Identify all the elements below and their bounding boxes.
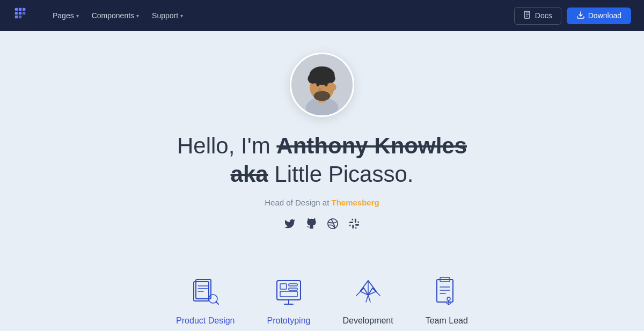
svg-point-24 [328,219,338,229]
skill-prototyping[interactable]: Prototyping [267,275,311,326]
team-lead-icon [429,275,464,310]
prototyping-icon [272,275,306,310]
twitter-icon[interactable] [284,218,296,232]
svg-point-21 [317,83,320,86]
prototyping-label: Prototyping [267,316,311,326]
svg-point-23 [332,84,336,90]
svg-point-19 [314,91,330,101]
svg-rect-1 [19,8,21,11]
svg-rect-3 [15,12,18,14]
svg-rect-36 [280,291,297,297]
hero-title: Hello, I'm Anthony Knowles aka Little Pi… [177,132,467,188]
docs-button[interactable]: Docs [514,7,561,25]
svg-point-52 [447,297,450,300]
nav-pages[interactable]: Pages ▾ [47,8,84,23]
svg-rect-0 [15,8,18,11]
skill-product-design[interactable]: Product Design [176,275,235,326]
product-design-icon [188,275,223,310]
github-icon[interactable] [305,218,317,232]
slack-icon[interactable] [348,218,360,232]
svg-rect-6 [23,12,25,14]
svg-rect-33 [280,284,287,289]
chevron-down-icon: ▾ [136,13,139,19]
navbar-left: Pages ▾ Components ▾ Support ▾ [13,6,188,25]
svg-point-18 [317,69,327,79]
nav-support[interactable]: Support ▾ [147,8,188,23]
svg-rect-2 [23,8,25,11]
skills-section: Product Design Prototyping [0,254,644,331]
avatar [290,53,354,117]
svg-point-22 [325,83,328,86]
svg-line-46 [368,295,370,302]
download-button[interactable]: Download [567,8,631,24]
svg-line-43 [356,288,364,296]
social-icons [284,218,360,232]
svg-rect-4 [19,12,21,14]
chevron-down-icon: ▾ [76,13,79,19]
navbar-right: Docs Download [514,7,631,25]
development-label: Development [342,316,393,326]
svg-line-31 [216,302,218,305]
navbar: Pages ▾ Components ▾ Support ▾ Docs [0,0,644,31]
svg-rect-7 [19,16,21,18]
dribbble-icon[interactable] [327,218,339,232]
svg-line-44 [372,288,380,296]
svg-rect-35 [289,288,297,290]
team-lead-label: Team Lead [426,316,468,326]
hero-section: Hello, I'm Anthony Knowles aka Little Pi… [0,31,644,248]
hero-subtitle: Head of Design at Themesberg [265,198,379,207]
skill-development[interactable]: Development [342,275,393,326]
development-icon [351,275,385,310]
svg-rect-5 [15,16,18,18]
svg-rect-34 [289,284,297,286]
skill-team-lead[interactable]: Team Lead [426,275,468,326]
product-design-label: Product Design [176,316,235,326]
nav-components[interactable]: Components ▾ [86,8,144,23]
logo-icon[interactable] [13,6,32,25]
book-icon [523,11,532,21]
svg-line-45 [366,295,368,302]
svg-point-20 [318,88,321,92]
chevron-down-icon: ▾ [180,13,183,19]
nav-links: Pages ▾ Components ▾ Support ▾ [47,8,188,23]
download-icon [576,11,585,21]
